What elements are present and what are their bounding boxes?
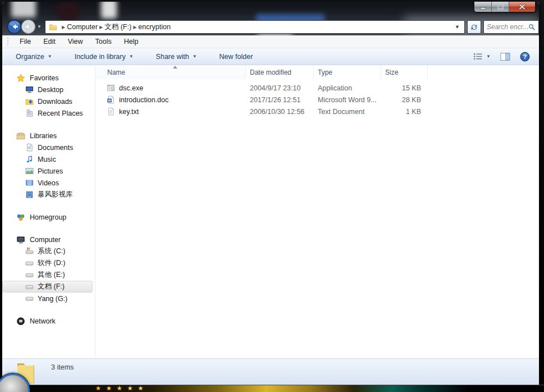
background-app-strip xyxy=(0,385,544,392)
back-arrow-icon xyxy=(7,19,22,34)
file-date-cell: 2004/9/17 23:10 xyxy=(246,84,314,92)
explorer-window: ▼ ▶Computer▶文档 (F:)▶encryption ▼ Fil xyxy=(2,1,540,385)
search-icon[interactable] xyxy=(528,24,536,31)
recent-places-icon xyxy=(25,109,34,117)
recent-pages-chevron-icon[interactable]: ▼ xyxy=(37,24,42,29)
command-label: New folder xyxy=(220,53,253,61)
breadcrumb-separator-icon[interactable]: ▶ xyxy=(98,25,104,30)
file-type-cell: Application xyxy=(314,84,381,92)
breadcrumb-separator-icon[interactable]: ▶ xyxy=(131,25,138,30)
sidebar-item-downloads[interactable]: Downloads xyxy=(2,95,93,107)
star-icon: ★ xyxy=(95,385,101,391)
sidebar-item-c[interactable]: 系统 (C:) xyxy=(2,245,93,257)
close-icon xyxy=(519,4,525,10)
sidebar-item-e[interactable]: 其他 (E:) xyxy=(2,269,93,281)
downloads-icon xyxy=(25,97,34,106)
documents-icon xyxy=(25,143,34,152)
music-icon xyxy=(25,155,34,163)
sidebar-item-music[interactable]: Music xyxy=(2,153,93,165)
file-row-introduction-doc[interactable]: Wintroduction.doc2017/1/26 12:51Microsof… xyxy=(95,94,539,106)
command-label: Include in library xyxy=(75,53,126,61)
back-button[interactable] xyxy=(7,19,22,34)
views-button[interactable]: ▼ xyxy=(473,52,491,61)
sidebar-label: Network xyxy=(30,317,56,325)
sidebar-item-videos[interactable]: Videos xyxy=(2,177,93,189)
command-include-in-library[interactable]: Include in library▼ xyxy=(75,53,134,61)
views-icon xyxy=(473,52,483,61)
file-row-dsc-exe[interactable]: dsc.exe2004/9/17 23:10Application15 KB xyxy=(95,82,539,94)
command-new-folder[interactable]: New folder xyxy=(220,53,253,61)
sidebar-item-recent-places[interactable]: Recent Places xyxy=(2,107,93,119)
dropdown-chevron-icon: ▼ xyxy=(48,54,52,59)
sidebar-item-item[interactable]: 暴风影视库 xyxy=(2,189,93,200)
menu-item-view[interactable]: View xyxy=(62,38,89,45)
sidebar-item-favorites[interactable]: Favorites xyxy=(2,72,95,84)
sidebar-item-d[interactable]: 软件 (D:) xyxy=(2,257,93,269)
breadcrumb-separator-icon[interactable]: ▶ xyxy=(60,25,67,30)
file-date-cell: 2017/1/26 12:51 xyxy=(246,96,314,104)
search-input[interactable] xyxy=(487,23,528,31)
menu-item-file[interactable]: File xyxy=(13,38,37,45)
sidebar-group-homegroup: Homegroup xyxy=(2,211,95,223)
sidebar-label: Favorites xyxy=(30,74,58,82)
drive-icon xyxy=(25,271,34,279)
sidebar-label: Homegroup xyxy=(30,213,66,221)
file-row-key-txt[interactable]: key.txt2006/10/30 12:56Text Document1 KB xyxy=(95,106,539,117)
drive-icon xyxy=(25,294,34,303)
file-type-cell: Text Document xyxy=(314,108,381,116)
column-header-size[interactable]: Size xyxy=(381,65,428,79)
address-bar[interactable]: ▶Computer▶文档 (F:)▶encryption ▼ xyxy=(45,20,465,34)
text-file-icon xyxy=(107,107,115,116)
refresh-button[interactable] xyxy=(467,20,481,34)
search-box[interactable] xyxy=(483,20,539,34)
breadcrumb-item-computer[interactable]: Computer xyxy=(67,23,98,31)
file-list: dsc.exe2004/9/17 23:10Application15 KBWi… xyxy=(95,79,539,117)
file-name-cell[interactable]: dsc.exe xyxy=(95,84,246,92)
sidebar-item-computer[interactable]: Computer xyxy=(2,234,95,245)
menu-item-tools[interactable]: Tools xyxy=(89,38,118,45)
column-header-name[interactable]: Name xyxy=(95,65,246,79)
preview-pane-button[interactable] xyxy=(500,52,510,61)
close-button[interactable] xyxy=(509,2,535,12)
sidebar-item-f[interactable]: 文档 (F:) xyxy=(2,281,93,293)
system-drive-icon xyxy=(25,247,34,256)
dropdown-chevron-icon: ▼ xyxy=(129,54,134,59)
forward-button[interactable] xyxy=(21,19,36,34)
breadcrumb-item-f[interactable]: 文档 (F:) xyxy=(104,22,131,32)
address-dropdown-chevron-icon[interactable]: ▼ xyxy=(455,24,461,30)
sidebar-item-desktop[interactable]: Desktop xyxy=(2,84,93,95)
sidebar-label: Yang (G:) xyxy=(38,295,67,303)
sidebar-item-pictures[interactable]: Pictures xyxy=(2,165,93,177)
sidebar-item-network[interactable]: Network xyxy=(2,315,95,327)
sidebar-group-computer: Computer系统 (C:)软件 (D:)其他 (E:)文档 (F:)Yang… xyxy=(2,234,95,304)
command-bar: Organize▼Include in library▼Share with▼N… xyxy=(2,48,539,65)
dropdown-chevron-icon: ▼ xyxy=(193,54,197,59)
menu-item-help[interactable]: Help xyxy=(118,38,145,45)
menu-item-edit[interactable]: Edit xyxy=(37,38,62,45)
sidebar-group-libraries: LibrariesDocumentsMusicPicturesVideos暴风影… xyxy=(2,130,95,200)
background-blur-blob xyxy=(56,2,80,22)
column-header-type[interactable]: Type xyxy=(314,65,381,79)
sidebar-label: 系统 (C:) xyxy=(38,247,65,256)
sidebar-item-homegroup[interactable]: Homegroup xyxy=(2,211,95,223)
folder-icon xyxy=(49,23,57,31)
breadcrumb-item-encryption[interactable]: encryption xyxy=(138,23,171,31)
maximize-button[interactable] xyxy=(492,2,509,12)
command-organize[interactable]: Organize▼ xyxy=(16,53,52,61)
minimize-button[interactable] xyxy=(474,2,492,12)
help-button[interactable]: ? xyxy=(520,52,530,62)
sidebar-item-documents[interactable]: Documents xyxy=(2,142,93,153)
caption-buttons xyxy=(474,2,536,12)
sidebar-item-libraries[interactable]: Libraries xyxy=(2,130,95,142)
file-name-cell[interactable]: Wintroduction.doc xyxy=(95,95,246,104)
sidebar-label: Documents xyxy=(38,144,73,152)
word-file-icon: W xyxy=(107,95,115,104)
computer-icon xyxy=(16,235,25,244)
column-header-date-modified[interactable]: Date modified xyxy=(246,65,314,79)
maximize-icon xyxy=(497,4,504,10)
sidebar-item-yang-g[interactable]: Yang (G:) xyxy=(2,293,93,304)
star-rating: ★★★★★ xyxy=(95,385,143,392)
file-name-cell[interactable]: key.txt xyxy=(95,107,246,116)
command-share-with[interactable]: Share with▼ xyxy=(156,53,197,61)
sidebar-label: Recent Places xyxy=(38,110,83,117)
